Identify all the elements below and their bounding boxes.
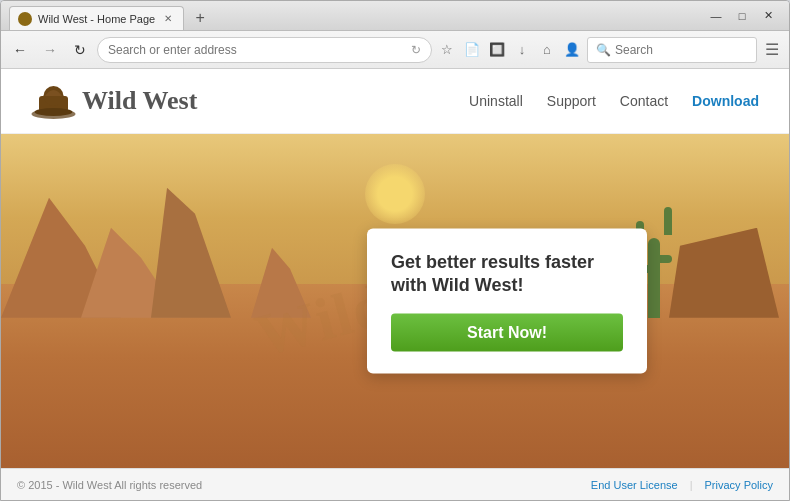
pocket-icon[interactable]: 🔲: [486, 39, 508, 61]
sun-graphic: [365, 164, 425, 224]
navigation-bar: ← → ↻ ↻ ☆ 📄 🔲 ↓ ⌂ 👤 🔍 ☰: [1, 31, 789, 69]
title-bar: Wild West - Home Page ✕ + — □ ✕: [1, 1, 789, 31]
home-button[interactable]: ⌂: [536, 39, 558, 61]
nav-support[interactable]: Support: [547, 93, 596, 109]
logo: Wild West: [31, 82, 197, 120]
start-now-button[interactable]: Start Now!: [391, 313, 623, 351]
privacy-policy-link[interactable]: Privacy Policy: [705, 479, 773, 491]
eula-link[interactable]: End User License: [591, 479, 678, 491]
nav-uninstall[interactable]: Uninstall: [469, 93, 523, 109]
footer-links: End User License | Privacy Policy: [591, 479, 773, 491]
hero-section: Wild West Get better results faster with…: [1, 134, 789, 468]
forward-button[interactable]: →: [37, 37, 63, 63]
tab-favicon: [18, 12, 32, 26]
back-button[interactable]: ←: [7, 37, 33, 63]
sync-icon[interactable]: 👤: [561, 39, 583, 61]
site-header: Wild West Uninstall Support Contact Down…: [1, 69, 789, 134]
search-bar[interactable]: 🔍: [587, 37, 757, 63]
tab-area: Wild West - Home Page ✕ +: [9, 1, 703, 30]
close-button[interactable]: ✕: [755, 6, 781, 26]
reader-view-icon[interactable]: 📄: [461, 39, 483, 61]
page-content: Wild West Uninstall Support Contact Down…: [1, 69, 789, 500]
footer-separator: |: [690, 479, 693, 491]
new-tab-button[interactable]: +: [188, 6, 212, 30]
svg-point-4: [35, 108, 73, 116]
search-icon: 🔍: [596, 43, 611, 57]
nav-contact[interactable]: Contact: [620, 93, 668, 109]
refresh-button[interactable]: ↻: [67, 37, 93, 63]
menu-button[interactable]: ☰: [761, 39, 783, 61]
nav-download[interactable]: Download: [692, 93, 759, 109]
browser-window: Wild West - Home Page ✕ + — □ ✕ ← → ↻ ↻ …: [0, 0, 790, 501]
logo-text: Wild West: [82, 86, 197, 116]
window-controls: — □ ✕: [703, 6, 781, 26]
copyright-text: © 2015 - Wild West All rights reserved: [17, 479, 202, 491]
search-input[interactable]: [615, 43, 765, 57]
minimize-button[interactable]: —: [703, 6, 729, 26]
active-tab[interactable]: Wild West - Home Page ✕: [9, 6, 184, 30]
cta-card: Get better results faster with Wild West…: [367, 229, 647, 374]
address-bar[interactable]: ↻: [97, 37, 432, 63]
download-indicator-icon[interactable]: ↓: [511, 39, 533, 61]
site-footer: © 2015 - Wild West All rights reserved E…: [1, 468, 789, 500]
tab-title: Wild West - Home Page: [38, 13, 155, 25]
maximize-button[interactable]: □: [729, 6, 755, 26]
reload-icon[interactable]: ↻: [411, 43, 421, 57]
logo-hat-icon: [31, 82, 76, 120]
cta-text: Get better results faster with Wild West…: [391, 251, 623, 298]
nav-icons: ☆ 📄 🔲 ↓ ⌂ 👤: [436, 39, 583, 61]
bookmark-star-icon[interactable]: ☆: [436, 39, 458, 61]
site-navigation: Uninstall Support Contact Download: [469, 93, 759, 109]
address-input[interactable]: [108, 43, 407, 57]
tab-close-button[interactable]: ✕: [161, 12, 175, 26]
